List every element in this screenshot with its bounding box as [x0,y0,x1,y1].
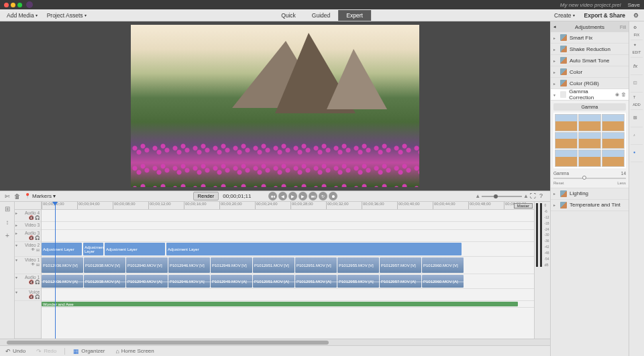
side-tab-fix[interactable]: ⚙FIX [631,23,643,40]
delete-adjustment-icon[interactable]: 🗑 [621,92,626,97]
zoom-in-icon[interactable]: ▲ [523,193,529,199]
track-header-audio3[interactable]: ▸Audio 3🔇🎧 [15,230,41,242]
audio-clip[interactable]: P1012940.MOV [A] [126,275,168,288]
project-assets-menu[interactable]: Project Assets▾ [43,11,91,20]
video-clip[interactable]: P1012951.MOV [V] [295,257,337,273]
gamma-preset-6[interactable] [602,132,625,150]
gamma-preset-3[interactable] [602,114,625,131]
undo-button[interactable]: ↶Undo [3,347,28,355]
save-button[interactable]: Save [628,2,640,8]
adjustment-lighting[interactable]: ▸Lighting [551,188,629,200]
maximize-window-button[interactable] [17,3,22,7]
record-button[interactable]: ⏺ [329,192,337,200]
gamma-preset-2[interactable] [578,114,601,131]
video-clip[interactable]: P1012949.MOV [V] [211,257,252,273]
audio-clip[interactable]: P1012949.MOV [A] [211,275,252,288]
audio-clip[interactable]: P1012951.MOV [A] [253,275,294,288]
export-share-button[interactable]: Export & Share [580,11,629,20]
adjustment-color-rgb[interactable]: ▸Color (RGB) [551,78,629,89]
video-clip[interactable]: P1012946.MOV [V] [168,257,210,273]
adjustment-temperature-tint[interactable]: ▸Temperature and Tint [551,200,629,211]
music-clip[interactable]: Wonder and Awe [42,302,518,306]
gamma-less-button[interactable]: Less [617,181,626,185]
markers-dropdown[interactable]: 📍 Markers ▾ [24,193,56,199]
render-button[interactable]: Render [193,192,219,200]
gamma-value[interactable]: 14 [621,171,626,176]
adjustment-layer-clip[interactable]: Adjustment Layer [42,243,82,255]
video-clip[interactable]: P1012955.MOV [V] [337,257,379,273]
side-tab-music[interactable]: ♪ [631,127,643,145]
track-audio4[interactable] [42,210,534,222]
gamma-preset-9[interactable] [602,150,625,167]
adjustment-layer-clip[interactable]: Adjustment Layer [105,243,165,255]
audio-clip[interactable]: P1012938.MOV [A] [84,275,125,288]
zoom-out-icon[interactable]: ▲ [475,193,480,199]
audio-clip[interactable]: P1012951.MOV [A] [295,275,337,288]
gamma-slider[interactable] [553,178,626,179]
timeline-ruler[interactable]: 00;00;00;0000;00;04;0000;00;08;0000;00;1… [42,202,534,210]
gamma-preset-1[interactable] [555,114,578,131]
add-media-menu[interactable]: Add Media▾ [3,11,42,20]
adjustment-smart-fix[interactable]: ▸Smart Fix [551,32,629,44]
track-header-video2[interactable]: ▾Video 2👁⊞ [15,242,41,257]
adjustment-layer-clip[interactable]: Adjustment Layer [166,243,462,255]
play-button[interactable]: ▶ [288,192,297,200]
adjustment-auto-smart-tone[interactable]: ▸Auto Smart Tone [551,55,629,66]
close-window-button[interactable] [4,3,9,7]
gamma-preset-5[interactable] [578,132,601,150]
track-header-video3[interactable]: ▸Video 3 [15,222,41,230]
side-tab-transitions[interactable]: ◫ [631,75,643,93]
track-header-audio4[interactable]: ▸Audio 4🔇🎧 [15,210,41,222]
video-clip[interactable]: P1012951.MOV [V] [253,257,294,273]
master-badge[interactable]: Master [514,203,533,209]
apply-icon[interactable]: ◉ [615,92,619,97]
track-header-video1[interactable]: ▾Video 1👁⊞ [15,257,41,274]
delete-tool-icon[interactable]: 🗑 [12,192,21,201]
gamma-reset-button[interactable]: Reset [553,181,564,185]
step-forward-button[interactable]: ▶ [299,192,307,200]
organizer-button[interactable]: ▦Organizer [70,347,107,355]
loop-button[interactable]: ↻ [319,192,327,200]
gamma-preset-7[interactable] [555,150,578,167]
audio-clip[interactable]: P1012955.MOV [A] [337,275,379,288]
timeline-scrollbar[interactable] [0,339,550,345]
track-header-audio1[interactable]: ▾Audio 1🔇🎧 [15,274,41,289]
side-tab-graphics[interactable]: ▧ [631,110,643,127]
preview-frame-image[interactable] [131,25,419,187]
step-back-button[interactable]: ◀ [278,192,287,200]
playhead[interactable] [55,202,56,339]
snap-tool-icon[interactable]: ⊞ [0,202,15,215]
track-header-voice[interactable]: ▾Voice🔇🎧 [15,289,41,301]
video-clip[interactable]: P1012938.MOV [V] [84,257,125,273]
adjustment-color[interactable]: ▸Color [551,66,629,78]
goto-end-button[interactable]: ⏭ [309,192,317,200]
adjustment-layer-clip[interactable]: Adjustment Layer [83,243,103,255]
track-video2[interactable]: Adjustment Layer Adjustment Layer Adjust… [42,242,534,257]
home-screen-button[interactable]: ⌂Home Screen [113,347,156,355]
goto-start-button[interactable]: ⏮ [268,192,277,200]
fill-dropdown[interactable]: Fill [620,25,626,29]
gamma-preset-8[interactable] [578,150,601,167]
adjustments-panel-header[interactable]: ◂ Adjustments Fill [551,21,629,32]
adjustment-shake-reduction[interactable]: ▸Shake Reduction [551,44,629,55]
side-tab-effects[interactable]: fx [631,58,643,75]
side-tab-share[interactable]: ● [631,145,643,162]
settings-gear-icon[interactable]: ⚙ [631,11,641,20]
track-voice[interactable] [42,289,534,301]
zoom-slider[interactable] [482,196,522,197]
audio-clip[interactable]: P1012957.MOV [A] [380,275,421,288]
audio-clip[interactable]: P1012960.MOV [A] [422,275,464,288]
gamma-preset-4[interactable] [555,132,578,150]
track-select-tool-icon[interactable]: ↕ [0,215,15,229]
fullscreen-icon[interactable]: ⛶ [530,192,538,200]
scissors-tool-icon[interactable]: ✄ [3,192,12,201]
video-clip[interactable]: P1012957.MOV [V] [380,257,421,273]
mode-tab-quick[interactable]: Quick [273,10,304,21]
timecode-display[interactable]: 00;00;01;11 [223,193,251,199]
mode-tab-guided[interactable]: Guided [304,10,338,21]
video-clip[interactable]: P1012940.MOV [V] [126,257,168,273]
help-icon[interactable]: ? [539,192,547,200]
track-music[interactable]: Wonder and Awe [42,301,534,308]
track-video1[interactable]: P1012936.MOV [V]P1012938.MOV [V]P1012940… [42,257,534,274]
video-clip[interactable]: P1012960.MOV [V] [422,257,464,273]
